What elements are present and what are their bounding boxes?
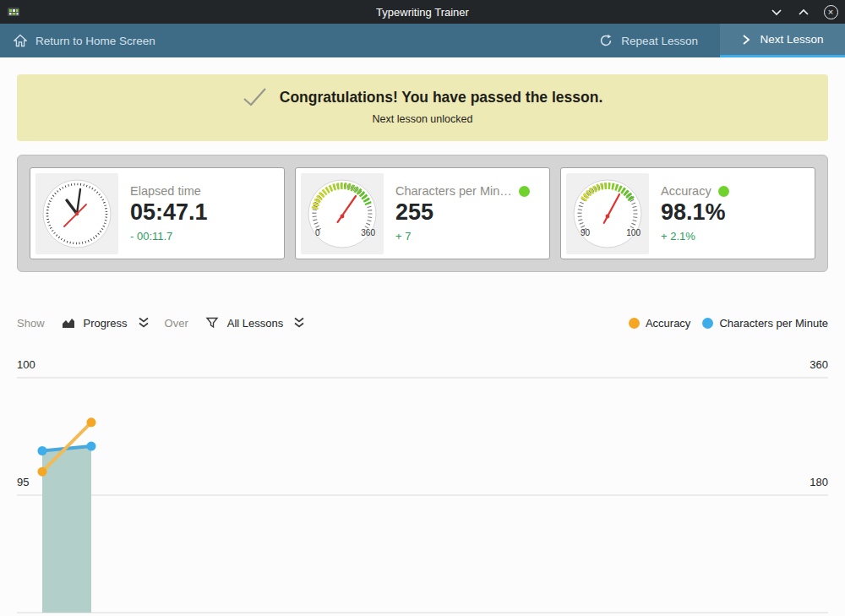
stats-panel: Elapsed time 05:47.1 - 00:11.7 0 360 Cha…: [17, 155, 828, 272]
progress-chart: [17, 359, 828, 616]
return-home-button[interactable]: Return to Home Screen: [14, 24, 155, 57]
accuracy-legend-dot: [629, 318, 640, 329]
congratulations-banner: Congratulations! You have passed the les…: [17, 74, 828, 141]
gauge-min-label: 0: [315, 228, 320, 237]
cpm-status-dot: [519, 186, 530, 197]
area-chart-icon: [62, 316, 75, 330]
show-label: Show: [17, 317, 45, 330]
cpm-delta: + 7: [395, 230, 544, 243]
banner-subtitle: Next lesson unlocked: [17, 113, 828, 125]
next-lesson-button[interactable]: Next Lesson: [720, 24, 845, 57]
double-chevron-down-icon: [293, 316, 305, 330]
elapsed-time-delta: - 00:11.7: [130, 230, 279, 243]
elapsed-time-value: 05:47.1: [130, 199, 279, 226]
gauge-max-label: 100: [626, 228, 641, 237]
legend-item-accuracy: Accuracy: [629, 317, 690, 330]
cpm-legend-dot: [702, 318, 713, 329]
repeat-lesson-label: Repeat Lesson: [621, 35, 698, 47]
checkmark-icon: [243, 87, 268, 107]
chart-legend: Accuracy Characters per Minute: [617, 317, 828, 330]
cpm-card: 0 360 Characters per Min… 255 + 7: [295, 167, 550, 259]
repeat-lesson-button[interactable]: Repeat Lesson: [577, 24, 720, 57]
next-lesson-label: Next Lesson: [760, 33, 823, 46]
metric-dropdown-value: Progress: [84, 317, 128, 330]
nav-spacer: [155, 24, 577, 57]
navbar: Return to Home Screen Repeat Lesson Next…: [0, 24, 845, 57]
chevron-down-icon: [771, 8, 782, 16]
over-label: Over: [165, 317, 188, 330]
return-home-label: Return to Home Screen: [35, 35, 155, 47]
home-icon: [14, 34, 27, 47]
close-icon: ×: [824, 5, 838, 19]
maximize-button[interactable]: [796, 4, 811, 19]
elapsed-time-card: Elapsed time 05:47.1 - 00:11.7: [30, 167, 285, 259]
banner-title: Congratulations! You have passed the les…: [280, 89, 603, 106]
close-button[interactable]: ×: [823, 4, 838, 19]
accuracy-legend-label: Accuracy: [646, 317, 690, 330]
arrow-right-icon: [741, 34, 751, 46]
accuracy-label: Accuracy: [661, 184, 711, 198]
clock-icon: [35, 173, 118, 254]
titlebar: Typewriting Trainer ×: [0, 0, 845, 24]
cpm-label: Characters per Min…: [395, 184, 512, 198]
legend-item-cpm: Characters per Minute: [702, 317, 828, 330]
cpm-legend-label: Characters per Minute: [719, 317, 828, 330]
gauge-max-label: 360: [361, 228, 375, 237]
accuracy-value: 98.1%: [661, 199, 810, 226]
cpm-value: 255: [395, 199, 544, 226]
filter-funnel-icon: [205, 316, 219, 330]
minimize-button[interactable]: [769, 4, 784, 19]
double-chevron-down-icon: [138, 316, 150, 330]
accuracy-status-dot: [718, 186, 729, 197]
lessons-dropdown-value: All Lessons: [227, 317, 283, 330]
gauge-min-label: 90: [581, 228, 590, 237]
chevron-up-icon: [798, 8, 810, 16]
accuracy-gauge-icon: 90 100: [566, 173, 649, 254]
metric-dropdown[interactable]: Progress: [62, 316, 150, 330]
chart-toolbar: Show Progress Over All Lessons Accuracy …: [17, 312, 828, 334]
accuracy-delta: + 2.1%: [661, 230, 810, 243]
speed-gauge-icon: 0 360: [301, 173, 384, 254]
window-title: Typewriting Trainer: [0, 6, 845, 19]
lessons-dropdown[interactable]: All Lessons: [205, 316, 305, 330]
refresh-icon: [599, 34, 613, 47]
elapsed-time-label: Elapsed time: [130, 184, 201, 198]
accuracy-card: 90 100 Accuracy 98.1% + 2.1%: [560, 167, 815, 259]
window-controls: ×: [769, 0, 838, 24]
